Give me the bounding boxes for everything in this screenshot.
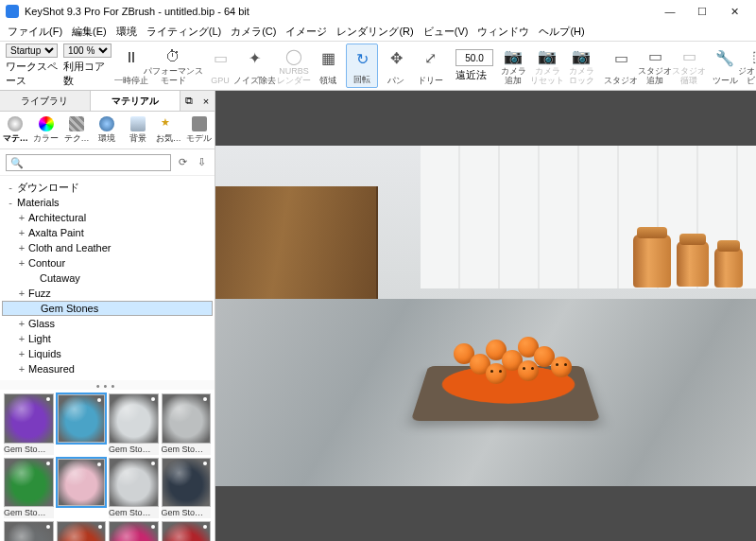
panel-close-icon[interactable]: × bbox=[198, 91, 215, 111]
expand-icon[interactable]: + bbox=[17, 227, 26, 238]
tab-material[interactable]: マテリアル bbox=[91, 91, 181, 111]
perspective-label: 遠近法 bbox=[455, 68, 493, 82]
menu-file[interactable]: ファイル(F) bbox=[4, 23, 66, 41]
studio-loop-icon: ▭ bbox=[682, 45, 696, 67]
cattab-favorite[interactable]: ★お気… bbox=[153, 112, 183, 148]
gpu-button[interactable]: ▭GPU bbox=[204, 44, 236, 88]
refresh-icon[interactable]: ⟳ bbox=[175, 155, 190, 170]
material-thumb[interactable]: Gem Sto… bbox=[162, 458, 212, 519]
tree-row[interactable]: Cutaway bbox=[2, 270, 213, 286]
tree-row[interactable]: +Glass bbox=[2, 316, 213, 331]
menu-environment[interactable]: 環境 bbox=[112, 23, 141, 41]
thumb-preview bbox=[58, 394, 106, 443]
focal-input[interactable] bbox=[455, 49, 493, 66]
menu-image[interactable]: イメージ bbox=[282, 23, 331, 41]
expand-icon[interactable]: + bbox=[17, 318, 26, 329]
expand-icon[interactable]: - bbox=[6, 182, 15, 193]
pan-button[interactable]: ✥パン bbox=[380, 44, 412, 88]
tree-row[interactable]: +Light bbox=[2, 331, 213, 346]
startup-select[interactable]: Startup bbox=[6, 44, 58, 58]
close-button[interactable]: ✕ bbox=[718, 0, 750, 23]
thumbnail-grid: Gem Sto…Gem Ston…Gem Sto…Gem Sto…Gem Sto… bbox=[0, 390, 215, 541]
menu-camera[interactable]: カメラ(C) bbox=[227, 23, 280, 41]
thumb-label: Gem Sto… bbox=[162, 507, 212, 518]
expand-icon[interactable]: + bbox=[17, 257, 26, 269]
geometry-view-button[interactable]: ⬚ジオメトリ ビュー bbox=[743, 44, 756, 88]
cattab-material[interactable]: マテ… bbox=[0, 112, 30, 148]
splitter-handle[interactable]: ••• bbox=[0, 380, 215, 390]
camera-reset-button[interactable]: 📷カメラ リセット bbox=[531, 44, 563, 88]
tree-row[interactable]: +Axalta Paint bbox=[2, 225, 213, 240]
thumb-preview bbox=[109, 521, 159, 541]
menu-window[interactable]: ウィンドウ bbox=[473, 23, 533, 41]
expand-icon[interactable]: + bbox=[17, 288, 26, 299]
menu-view[interactable]: ビュー(V) bbox=[420, 23, 472, 41]
menubar: ファイル(F) 編集(E) 環境 ライティング(L) カメラ(C) イメージ レ… bbox=[0, 23, 756, 42]
cattab-environment[interactable]: 環境 bbox=[92, 112, 122, 148]
panel-undock-icon[interactable]: ⧉ bbox=[180, 91, 198, 111]
material-thumb[interactable]: Gem Sto… bbox=[57, 521, 107, 541]
material-thumb[interactable]: Gem Sto… bbox=[162, 393, 212, 455]
camera-lock-button[interactable]: 📷カメラ ロック bbox=[565, 44, 597, 88]
nurbs-button[interactable]: ◯NURBS レンダー bbox=[278, 44, 310, 88]
material-thumb[interactable]: Gem Sto… bbox=[109, 521, 159, 541]
cattab-background[interactable]: 背景 bbox=[123, 112, 153, 148]
tree-label: Glass bbox=[28, 318, 55, 329]
dolly-button[interactable]: ⤢ドリー bbox=[414, 44, 446, 88]
tree-row[interactable]: +Fuzz bbox=[2, 286, 213, 301]
menu-lighting[interactable]: ライティング(L) bbox=[143, 23, 225, 41]
gpu-icon: ▭ bbox=[214, 45, 228, 70]
cube-icon: ⬚ bbox=[752, 45, 757, 67]
expand-icon[interactable]: + bbox=[17, 333, 26, 344]
performance-button[interactable]: ⏱パフォーマンス モード bbox=[149, 44, 197, 88]
expand-icon[interactable]: + bbox=[17, 212, 26, 223]
expand-icon[interactable]: + bbox=[17, 348, 26, 359]
expand-icon[interactable]: - bbox=[6, 197, 15, 208]
tree-label: Architectural bbox=[28, 212, 86, 223]
denoise-button[interactable]: ✦ノイズ除去 bbox=[238, 44, 270, 88]
material-thumb[interactable]: Gem Sto… bbox=[109, 393, 159, 455]
cattab-model[interactable]: モデル bbox=[184, 112, 215, 148]
menu-rendering[interactable]: レンダリング(R) bbox=[333, 23, 417, 41]
camera-add-button[interactable]: 📷カメラ 追加 bbox=[497, 44, 529, 88]
tree-row[interactable]: +Measured bbox=[2, 361, 213, 376]
material-tree[interactable]: -ダウンロード-Materials+Architectural+Axalta P… bbox=[0, 176, 215, 380]
studio-loop-button[interactable]: ▭スタジオ 循環 bbox=[673, 44, 705, 88]
material-thumb[interactable]: Gem Sto… bbox=[162, 521, 212, 541]
tree-label: Materials bbox=[17, 197, 60, 208]
material-thumb[interactable]: Gem Sto… bbox=[4, 393, 54, 455]
tree-row[interactable]: +Contour bbox=[2, 255, 213, 270]
import-icon[interactable]: ⇩ bbox=[194, 155, 209, 170]
tab-library[interactable]: ライブラリ bbox=[0, 91, 91, 111]
menu-edit[interactable]: 編集(E) bbox=[68, 23, 111, 41]
tool-button[interactable]: 🔧ツール bbox=[709, 44, 741, 88]
material-thumb[interactable]: Gem Sto… bbox=[57, 458, 107, 475]
menu-help[interactable]: ヘルプ(H) bbox=[535, 23, 588, 41]
expand-icon[interactable]: + bbox=[17, 363, 26, 375]
dolly-icon: ⤢ bbox=[424, 45, 437, 70]
material-thumb[interactable]: Gem Ston… bbox=[57, 393, 107, 410]
studio-add-button[interactable]: ▭スタジオ 追加 bbox=[639, 44, 671, 88]
star-icon: ★ bbox=[161, 116, 176, 131]
tree-row[interactable]: +Architectural bbox=[2, 210, 213, 225]
tree-row[interactable]: +Cloth and Leather bbox=[2, 240, 213, 255]
cattab-color[interactable]: カラー bbox=[30, 112, 60, 148]
studio-button[interactable]: ▭スタジオ bbox=[605, 44, 637, 88]
material-thumb[interactable]: Gem Sto… bbox=[4, 458, 54, 519]
tree-row[interactable]: -ダウンロード bbox=[2, 180, 213, 195]
minimize-button[interactable]: ― bbox=[654, 0, 686, 23]
viewport[interactable] bbox=[215, 91, 756, 541]
search-input[interactable] bbox=[6, 154, 171, 171]
material-thumb[interactable]: Gem Sto… bbox=[4, 521, 54, 541]
material-thumb[interactable]: Gem Sto… bbox=[109, 458, 159, 519]
tree-row[interactable]: Gem Stones bbox=[2, 301, 213, 316]
zoom-select[interactable]: 100 % bbox=[63, 44, 112, 58]
expand-icon[interactable]: + bbox=[17, 242, 26, 253]
maximize-button[interactable]: ☐ bbox=[686, 0, 718, 23]
cattab-texture[interactable]: テク… bbox=[61, 112, 92, 148]
tree-row[interactable]: +Liquids bbox=[2, 346, 213, 361]
rotate-button[interactable]: ↻回転 bbox=[346, 44, 378, 88]
thumb-preview bbox=[58, 459, 106, 507]
region-button[interactable]: ▦領域 bbox=[312, 44, 344, 88]
tree-row[interactable]: -Materials bbox=[2, 195, 213, 210]
